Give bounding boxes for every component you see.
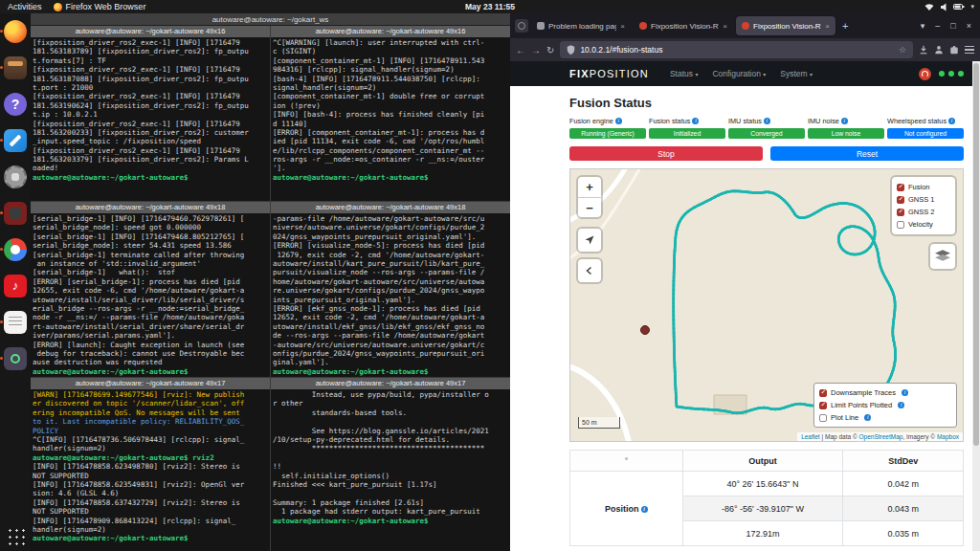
- rover-status-icon[interactable]: [919, 68, 931, 80]
- terminal-pane[interactable]: autoware@autoware: ~/gokart-autoware 49x…: [31, 202, 270, 377]
- plot-line-checkbox[interactable]: [819, 414, 827, 422]
- stop-button[interactable]: Stop: [569, 146, 763, 161]
- pane-body[interactable]: -params-file /home/autoware/gokart-autow…: [271, 213, 510, 377]
- close-button[interactable]: ×: [963, 21, 975, 31]
- terminal-line: 984316] [rclcpp]: signal_handler(signum=…: [273, 65, 508, 74]
- reload-icon[interactable]: ↻: [546, 45, 554, 55]
- firefox-view-icon[interactable]: [515, 19, 528, 33]
- terminal-line: debug for traceback): cannot use Destroy…: [33, 349, 268, 358]
- terminal-pane[interactable]: autoware@autoware: ~/gokart-autoware 49x…: [31, 378, 270, 551]
- nav-configuration[interactable]: Configuration ▾: [712, 69, 766, 78]
- tab-close-icon[interactable]: ×: [723, 22, 727, 31]
- leaflet-link[interactable]: Leaflet: [801, 433, 820, 440]
- tray-caret-icon[interactable]: ▾: [970, 3, 974, 11]
- pane-body[interactable]: [fixposition_driver_ros2_exec-1] [INFO] …: [31, 37, 270, 201]
- info-icon[interactable]: [692, 118, 699, 124]
- rviz-icon[interactable]: [4, 202, 27, 225]
- info-icon[interactable]: [641, 506, 648, 513]
- pane-body[interactable]: Instead, use pypa/build, pypa/installer …: [271, 389, 510, 551]
- info-icon[interactable]: [948, 118, 955, 124]
- tab-fixposition-2-active[interactable]: Fixposition Vision-RTK ×: [736, 16, 835, 35]
- layers-toggle-button[interactable]: [930, 244, 955, 269]
- zoom-out-button[interactable]: −: [578, 197, 601, 217]
- limit-points-checkbox[interactable]: [819, 402, 827, 409]
- fusion-checkbox[interactable]: [897, 184, 904, 191]
- fixposition-logo[interactable]: FIXPOSITION: [569, 68, 649, 79]
- url-text[interactable]: 10.0.2.1/#fusion-status: [580, 45, 894, 55]
- terminal-line: 181.563200233] [fixposition_driver_ros2]…: [33, 128, 268, 137]
- plot-options-panel: Downsample Traces Limit Points Plotted P…: [813, 383, 957, 428]
- nav-status[interactable]: Status ▾: [670, 69, 699, 78]
- chrome-icon[interactable]: [4, 238, 27, 261]
- firefox-icon[interactable]: [4, 20, 27, 43]
- terminal-line: Instead, use pypa/build, pypa/installer …: [273, 390, 508, 399]
- info-icon[interactable]: [764, 118, 770, 124]
- info-icon[interactable]: [902, 389, 908, 396]
- pane-body[interactable]: [WARN] [1716478699.149677546] [rviz]: Ne…: [31, 389, 270, 551]
- terminal-titlebar[interactable]: autoware@autoware: ~/gokart_ws: [31, 13, 510, 26]
- pane-body[interactable]: ^C[WARNING] [launch]: user interrupted w…: [271, 37, 510, 201]
- terminal-pane[interactable]: autoware@autoware: ~/gokart-autoware 49x…: [271, 26, 510, 201]
- terminal-pane[interactable]: autoware@autoware: ~/gokart-autoware 49x…: [31, 26, 270, 201]
- network-icon[interactable]: [924, 3, 934, 11]
- downloads-icon[interactable]: [919, 45, 928, 55]
- info-icon[interactable]: [615, 118, 622, 124]
- info-icon[interactable]: [841, 118, 848, 124]
- media-player-icon[interactable]: [4, 275, 27, 298]
- files-icon[interactable]: [4, 56, 27, 79]
- mapbox-link[interactable]: Mapbox: [937, 433, 959, 440]
- show-applications-button[interactable]: [6, 526, 25, 545]
- bookmark-star-icon[interactable]: ☆: [899, 45, 906, 55]
- page-scrollbar[interactable]: [972, 61, 980, 551]
- tab-close-icon[interactable]: ×: [620, 22, 625, 31]
- volume-icon[interactable]: [940, 3, 947, 11]
- clock[interactable]: May 23 11:55: [465, 2, 515, 11]
- datum-marker[interactable]: [640, 325, 650, 335]
- vscode-icon[interactable]: [4, 129, 27, 152]
- info-icon[interactable]: [898, 402, 904, 408]
- gnss2-checkbox[interactable]: [897, 209, 904, 216]
- new-tab-button[interactable]: +: [838, 20, 852, 32]
- info-icon[interactable]: [864, 414, 871, 421]
- forward-icon[interactable]: →: [531, 45, 541, 55]
- battery-icon[interactable]: [953, 3, 965, 11]
- tab-fixposition-1[interactable]: Fixposition Vision-RTK ×: [634, 16, 733, 35]
- units-toggle[interactable]: °: [570, 451, 683, 472]
- terminal-line: rt-autoware/install/serial_driver/share/…: [33, 322, 268, 331]
- locate-button[interactable]: [578, 229, 601, 252]
- map[interactable]: + − Fusion GNSS 1 GNSS 2 Velocity: [569, 168, 964, 442]
- terminal-pane[interactable]: autoware@autoware: ~/gokart-autoware 49x…: [271, 202, 510, 377]
- terminal-line: re.universe/gokart/configs/purdue_2024/g…: [273, 286, 508, 295]
- velocity-checkbox[interactable]: [897, 221, 904, 229]
- terminal-grid: autoware@autoware: ~/gokart-autoware 49x…: [31, 26, 510, 551]
- text-editor-icon[interactable]: [4, 311, 27, 334]
- help-icon[interactable]: [4, 93, 27, 116]
- nav-system[interactable]: System ▾: [780, 69, 813, 78]
- settings-icon[interactable]: [4, 165, 27, 188]
- menu-icon[interactable]: [965, 46, 974, 54]
- software-center-icon[interactable]: [4, 347, 27, 370]
- app-menu[interactable]: Firefox Web Browser: [54, 2, 146, 11]
- minimize-button[interactable]: –: [931, 21, 944, 31]
- account-icon[interactable]: [934, 45, 944, 55]
- extensions-icon[interactable]: [949, 45, 959, 55]
- terminal-pane[interactable]: autoware@autoware: ~/gokart-autoware 49x…: [271, 378, 510, 551]
- scrollbar-thumb[interactable]: [973, 63, 979, 446]
- reset-button[interactable]: Reset: [770, 146, 964, 161]
- tab-problem-loading-page[interactable]: Problem loading page ×: [531, 16, 631, 35]
- osm-link[interactable]: OpenStreetMap: [858, 433, 902, 440]
- altitude-stddev: 0.035 m: [843, 521, 964, 546]
- back-icon[interactable]: ←: [516, 45, 525, 55]
- tab-close-icon[interactable]: ×: [825, 22, 830, 31]
- shield-icon[interactable]: [567, 45, 575, 55]
- list-tabs-icon[interactable]: ▾: [917, 21, 929, 31]
- gnss1-checkbox[interactable]: [897, 196, 904, 204]
- pane-body[interactable]: [serial_bridge-1] [INFO] [1716479460.762…: [31, 213, 270, 377]
- recenter-button[interactable]: [578, 259, 601, 282]
- activities-button[interactable]: Activities: [8, 2, 42, 11]
- zoom-in-button[interactable]: +: [578, 177, 601, 197]
- maximize-button[interactable]: □: [947, 21, 959, 31]
- downsample-traces-checkbox[interactable]: [819, 389, 827, 397]
- terminal-line: 1 package had stderr output: kart_pure_p…: [273, 507, 508, 516]
- url-bar[interactable]: 10.0.2.1/#fusion-status ☆: [560, 41, 913, 58]
